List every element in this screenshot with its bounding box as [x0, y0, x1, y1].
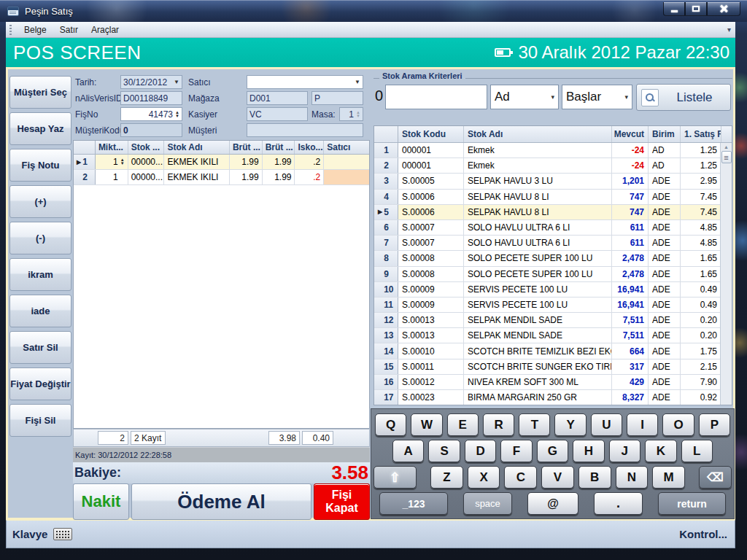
at-key[interactable]: @	[527, 492, 578, 515]
stock-col-mevcut[interactable]: Mevcut	[612, 126, 649, 142]
stock-col-fiyat[interactable]: 1. Satış Fi...	[681, 126, 721, 142]
backspace-key[interactable]: ⌫	[699, 466, 732, 489]
order-col-brut2[interactable]: Brüt ...	[263, 141, 295, 154]
fisi-kapat-button[interactable]: Fişi Kapat	[314, 483, 370, 520]
magaza-field[interactable]: D001	[247, 91, 308, 105]
keyboard-key[interactable]: U	[591, 413, 622, 436]
chevron-down-icon[interactable]: ▾	[624, 93, 628, 101]
shift-key[interactable]: ⇧	[374, 466, 417, 489]
menu-item[interactable]: Satır	[53, 23, 85, 37]
stock-row[interactable]: ▶5 S.00006 SELPAK HAVLU 8 LI 747 ADE 7.4…	[374, 205, 721, 220]
stock-row[interactable]: ▶11 S.00009 SERVIS PECETE 100 LU 16,941 …	[374, 298, 721, 313]
keyboard-icon[interactable]	[53, 528, 72, 540]
maximize-button[interactable]	[685, 2, 707, 16]
sidebar-button[interactable]: ikram	[9, 258, 71, 291]
order-col-brut1[interactable]: Brüt ...	[230, 141, 263, 154]
stock-row[interactable]: ▶16 S.00012 NIVEA KREM SOFT 300 ML 429 A…	[374, 375, 721, 390]
search-mode-combobox[interactable]: Başlar ▾	[562, 85, 632, 109]
order-row[interactable]: ▶2 1▲▼ 00000... EKMEK IKILI 1.99 1.99 .2	[74, 170, 369, 185]
stock-col-birim[interactable]: Birim	[649, 126, 681, 142]
stock-row[interactable]: ▶3 S.00005 SELPAK HAVLU 3 LU 1,201 ADE 2…	[374, 174, 721, 189]
keyboard-key[interactable]: L	[681, 440, 713, 462]
keyboard-key[interactable]: S	[428, 440, 460, 462]
dot-key[interactable]: .	[594, 492, 643, 515]
keyboard-key[interactable]: R	[483, 413, 514, 436]
order-col-stokadi[interactable]: Stok Adı	[164, 141, 230, 154]
order-col-stok[interactable]: Stok ...	[128, 141, 165, 154]
keyboard-key[interactable]: T	[519, 413, 550, 436]
sidebar-button[interactable]: Satır Sil	[9, 331, 71, 364]
stock-row[interactable]: ▶17 S.00023 BIRMA MARGARIN 250 GR 8,327 …	[374, 390, 721, 405]
keyboard-key[interactable]: G	[537, 440, 568, 462]
sidebar-button[interactable]: Müşteri Seç	[9, 76, 71, 109]
magaza-type-field[interactable]: P	[311, 91, 363, 105]
stock-row[interactable]: ▶4 S.00006 SELPAK HAVLU 8 LI 747 ADE 7.4…	[374, 190, 721, 205]
sidebar-button[interactable]: Fişi Sil	[9, 404, 71, 437]
stock-row[interactable]: ▶7 S.00007 SOLO HAVLU ULTRA 6 LI 611 ADE…	[374, 236, 721, 251]
nakit-button[interactable]: Nakit	[73, 483, 129, 520]
musterikodu-field[interactable]: 0	[120, 123, 182, 137]
odeme-al-button[interactable]: Ödeme Al	[131, 483, 311, 520]
menu-item[interactable]: Belge	[18, 23, 53, 37]
toolbar-grip-icon[interactable]	[9, 25, 12, 35]
numbers-key[interactable]: _123	[379, 492, 448, 515]
keyboard-key[interactable]: W	[411, 413, 442, 436]
stock-col-kodu[interactable]: Stok Kodu	[398, 126, 464, 142]
stock-row[interactable]: ▶10 S.00009 SERVIS PECETE 100 LU 16,941 …	[374, 282, 721, 298]
sidebar-button[interactable]: iade	[9, 295, 71, 327]
order-col-mikt[interactable]: Mikt...	[96, 141, 128, 154]
keyboard-key[interactable]: Z	[430, 466, 463, 489]
order-row[interactable]: ▶1 1▲▼ 00000... EKMEK IKILI 1.99 1.99 .2	[74, 155, 369, 170]
keyboard-key[interactable]: V	[541, 466, 574, 489]
keyboard-key[interactable]: Q	[375, 413, 406, 436]
titlebar[interactable]: Peşin Satış	[0, 0, 747, 22]
keyboard-key[interactable]: C	[504, 466, 537, 489]
stock-row[interactable]: ▶12 S.00013 SELPAK MENDIL SADE 7,511 ADE…	[374, 313, 721, 328]
menu-overflow-icon[interactable]: ▾	[727, 26, 731, 34]
stock-row[interactable]: ▶2 000001 Ekmek -24 AD 1.25	[374, 158, 721, 174]
space-key[interactable]: space	[463, 492, 512, 515]
minimize-button[interactable]	[663, 2, 685, 16]
spinner-arrows-icon[interactable]: ▲▼	[120, 158, 125, 166]
spinner-arrows-icon[interactable]: ▲▼	[175, 111, 179, 118]
menu-item[interactable]: Araçlar	[85, 23, 125, 37]
keyboard-key[interactable]: H	[573, 440, 604, 462]
keyboard-key[interactable]: P	[699, 413, 730, 436]
stock-grid-scrollbar[interactable]: ▲ ≡	[720, 143, 732, 405]
sidebar-button[interactable]: Fiş Notu	[9, 149, 71, 182]
keyboard-key[interactable]: K	[645, 440, 676, 462]
grid-menu-icon[interactable]: ≡	[721, 151, 732, 163]
keyboard-key[interactable]: J	[609, 440, 640, 462]
musteri-field[interactable]	[247, 123, 363, 137]
fisno-spinner[interactable]: 41473 ▲▼	[120, 107, 182, 121]
keyboard-key[interactable]: Y	[554, 413, 586, 436]
chevron-down-icon[interactable]: ▾	[551, 93, 554, 101]
stock-col-adi[interactable]: Stok Adı	[464, 126, 612, 142]
keyboard-key[interactable]: D	[465, 440, 496, 462]
chevron-down-icon[interactable]: ▼	[355, 79, 360, 85]
scroll-up-icon[interactable]: ▲	[724, 144, 729, 149]
listele-button[interactable]: Listele	[636, 84, 731, 111]
search-field-combobox[interactable]: Ad ▾	[490, 85, 559, 109]
stock-row[interactable]: ▶13 S.00013 SELPAK MENDIL SADE 7,511 ADE…	[374, 328, 721, 343]
keyboard-key[interactable]: N	[616, 466, 649, 489]
sidebar-button[interactable]: (-)	[9, 222, 71, 254]
sidebar-button[interactable]: (+)	[9, 185, 71, 218]
keyboard-key[interactable]: E	[447, 413, 479, 436]
chevron-down-icon[interactable]: ▼	[174, 79, 179, 85]
search-input[interactable]	[385, 85, 487, 109]
tarih-combobox[interactable]: 30/12/2012 ▼	[120, 75, 182, 89]
keyboard-key[interactable]: I	[627, 413, 658, 436]
kasiyer-field[interactable]: VC	[247, 107, 308, 121]
satici-combobox[interactable]: ▼	[247, 75, 363, 89]
id-field[interactable]: D00118849	[120, 91, 182, 105]
close-button[interactable]	[707, 2, 740, 16]
keyboard-key[interactable]: O	[662, 413, 694, 436]
stock-row[interactable]: ▶6 S.00007 SOLO HAVLU ULTRA 6 LI 611 ADE…	[374, 220, 721, 236]
keyboard-key[interactable]: A	[392, 440, 424, 462]
order-col-isko[interactable]: Isko...	[295, 141, 324, 154]
stock-row[interactable]: ▶8 S.00008 SOLO PECETE SUPER 100 LU 2,47…	[374, 251, 721, 266]
stock-row[interactable]: ▶1 000001 Ekmek -24 AD 1.25	[374, 143, 721, 158]
sidebar-button[interactable]: Hesap Yaz	[9, 112, 71, 145]
keyboard-key[interactable]: M	[652, 466, 685, 489]
